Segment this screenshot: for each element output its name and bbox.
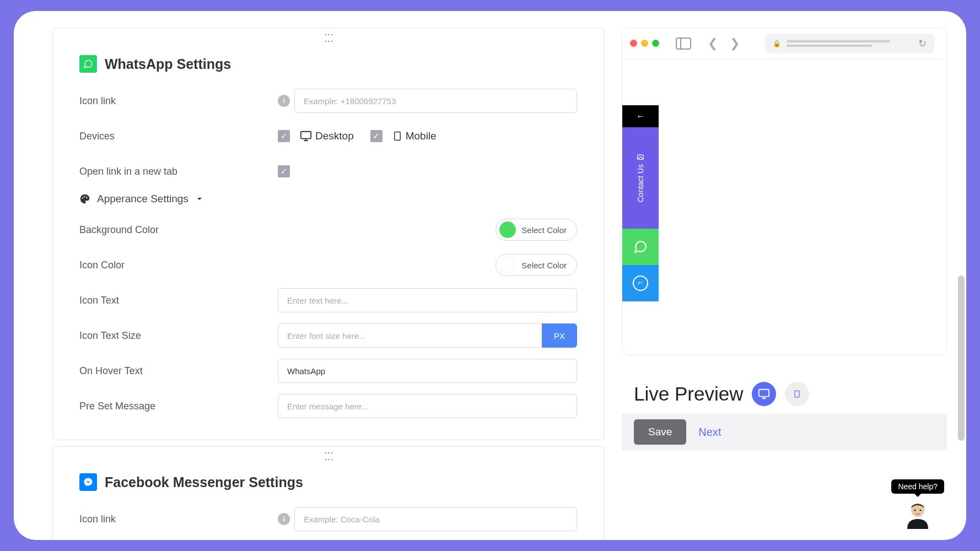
live-preview-title: Live Preview <box>634 383 743 405</box>
reload-icon[interactable]: ↻ <box>918 37 927 50</box>
help-bubble: Need help? <box>891 479 944 494</box>
palette-icon <box>79 193 90 204</box>
preview-column: ❮ ❯ 🔒 ↻ ← Contact Us <box>622 28 966 540</box>
icon-text-label: Icon Text <box>79 295 278 306</box>
icon-text-size-label: Icon Text Size <box>79 330 278 342</box>
contact-us-text: Contact Us <box>636 164 645 202</box>
svg-point-5 <box>82 197 83 198</box>
svg-point-6 <box>84 196 85 197</box>
browser-preview: ❮ ❯ 🔒 ↻ ← Contact Us <box>622 28 947 355</box>
drag-icon <box>322 32 335 41</box>
side-tabs: ← Contact Us <box>622 105 659 301</box>
panel-title: Facebook Messenger Settings <box>105 474 303 490</box>
appearance-label: Apperance Settings <box>97 193 189 205</box>
collapse-tab[interactable]: ← <box>622 105 659 127</box>
icon-link-input[interactable] <box>294 507 577 531</box>
devices-label: Devices <box>79 131 278 142</box>
messenger-panel: Facebook Messenger Settings Icon link i … <box>52 446 604 540</box>
hover-text-label: On Hover Text <box>79 365 278 377</box>
contact-us-tab[interactable]: Contact Us <box>622 127 659 229</box>
window-maximize-icon <box>652 40 659 47</box>
envelope-icon <box>637 153 644 161</box>
appearance-toggle[interactable]: Apperance Settings <box>79 193 577 205</box>
back-arrow-icon: ← <box>636 111 645 121</box>
svg-rect-3 <box>394 132 400 141</box>
whatsapp-icon <box>79 55 97 73</box>
desktop-icon <box>300 130 312 142</box>
messenger-icon <box>79 473 97 491</box>
icon-text-input[interactable] <box>278 288 577 312</box>
svg-point-21 <box>920 510 922 511</box>
address-bar[interactable]: 🔒 ↻ <box>765 34 934 53</box>
select-color-text: Select Color <box>521 225 567 235</box>
info-icon[interactable]: i <box>278 513 290 525</box>
drag-icon <box>322 450 335 460</box>
svg-point-7 <box>86 197 87 198</box>
chevron-down-icon <box>195 195 204 203</box>
px-unit: PX <box>542 323 577 348</box>
panel-title: WhatsApp Settings <box>105 56 231 72</box>
scrollbar[interactable] <box>958 276 965 441</box>
svg-rect-13 <box>638 155 644 159</box>
settings-column: WhatsApp Settings Icon link i Devices ✓ … <box>14 28 605 540</box>
svg-point-20 <box>914 510 916 511</box>
new-tab-label: Open link in a new tab <box>79 166 278 177</box>
next-link[interactable]: Next <box>698 426 721 439</box>
bg-color-swatch <box>499 222 516 238</box>
desktop-text: Desktop <box>315 130 354 142</box>
new-tab-checkbox[interactable]: ✓ <box>278 165 290 177</box>
mobile-preview-button[interactable] <box>785 382 809 406</box>
svg-rect-14 <box>759 390 769 397</box>
window-minimize-icon <box>641 40 648 47</box>
bg-color-label: Background Color <box>79 224 278 236</box>
preset-msg-input[interactable] <box>278 394 577 418</box>
icon-text-size-input[interactable] <box>278 323 542 348</box>
bg-color-picker[interactable]: Select Color <box>496 219 577 241</box>
help-widget[interactable]: Need help? <box>891 479 944 529</box>
sidebar-icon[interactable] <box>676 37 691 50</box>
support-avatar <box>903 499 933 529</box>
info-icon[interactable]: i <box>278 95 290 107</box>
hover-text-input[interactable] <box>278 359 577 383</box>
drag-handle[interactable] <box>53 446 604 463</box>
mobile-text: Mobile <box>406 130 437 142</box>
back-button[interactable]: ❮ <box>704 36 721 51</box>
messenger-tab[interactable] <box>622 265 659 301</box>
whatsapp-tab[interactable] <box>622 229 659 265</box>
select-color-text: Select Color <box>521 261 567 270</box>
window-close-icon <box>630 40 637 47</box>
live-preview-panel: Live Preview Save Next <box>622 372 947 460</box>
lock-icon: 🔒 <box>773 40 781 47</box>
drag-handle[interactable] <box>53 28 604 45</box>
desktop-checkbox[interactable]: ✓ <box>278 130 290 142</box>
icon-link-label: Icon link <box>79 514 278 525</box>
forward-button[interactable]: ❯ <box>726 36 743 51</box>
icon-link-label: Icon link <box>79 95 278 107</box>
whatsapp-icon <box>633 240 648 254</box>
mobile-checkbox[interactable]: ✓ <box>370 130 383 142</box>
save-button[interactable]: Save <box>634 419 686 445</box>
whatsapp-panel: WhatsApp Settings Icon link i Devices ✓ … <box>52 28 604 440</box>
messenger-icon <box>633 276 648 291</box>
svg-rect-17 <box>795 391 799 397</box>
desktop-preview-button[interactable] <box>752 382 776 406</box>
icon-color-picker[interactable]: Select Color <box>496 254 577 276</box>
svg-rect-0 <box>301 132 311 139</box>
preset-msg-label: Pre Set Message <box>79 401 278 412</box>
icon-link-input[interactable] <box>294 89 577 113</box>
icon-color-swatch <box>499 257 516 273</box>
icon-color-label: Icon Color <box>79 260 278 271</box>
mobile-icon <box>392 130 402 142</box>
